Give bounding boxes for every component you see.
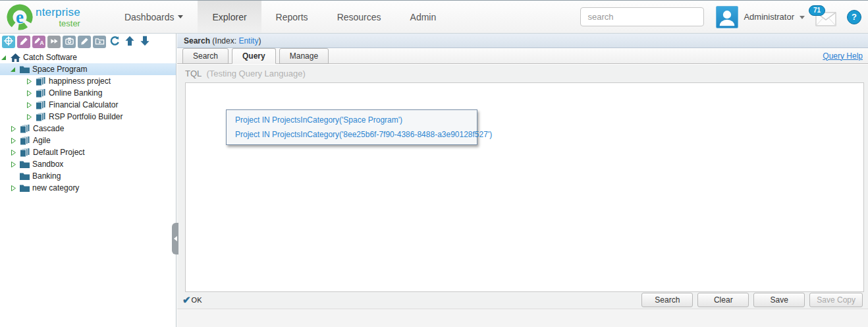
tree-item-rsp-portfolio-builder[interactable]: RSP Portfolio Builder <box>0 111 176 123</box>
index-prefix: (Index: <box>210 36 238 45</box>
query-help-link[interactable]: Query Help <box>823 51 868 61</box>
tree-item-label: Banking <box>32 170 61 182</box>
project-icon <box>20 136 30 146</box>
question-mark-icon: ? <box>852 12 857 22</box>
avatar[interactable] <box>716 6 738 28</box>
home-icon <box>11 53 20 62</box>
expanded-arrow-icon[interactable] <box>11 66 18 73</box>
search-input[interactable] <box>580 7 704 26</box>
chevron-down-icon[interactable] <box>800 16 805 19</box>
tab-manage[interactable]: Manage <box>279 48 329 64</box>
main-nav: Dashboards Explorer Reports Resources Ad… <box>110 1 450 33</box>
chevron-down-icon <box>178 15 183 18</box>
query-tab-content: TQL (Testing Query Language) Project IN … <box>177 65 868 327</box>
query-footer: ✔ OK Search Clear Save Save Copy <box>177 292 868 308</box>
tree-item-financial-calculator[interactable]: Financial Calculator <box>0 99 176 111</box>
move-up-button[interactable] <box>123 36 136 48</box>
expanded-arrow-icon[interactable] <box>1 54 9 61</box>
collapsed-arrow-icon[interactable] <box>11 161 18 168</box>
arrow-down-icon <box>140 36 150 48</box>
tree-item-new-category[interactable]: new category <box>0 182 176 194</box>
tql-sublabel: (Testing Query Language) <box>206 69 305 78</box>
nav-right-cluster: Administrator 71 ? <box>580 1 868 33</box>
status-ok: ✔ OK <box>182 294 202 306</box>
tree-toolbar: A <box>0 34 176 50</box>
crosshair-button[interactable] <box>2 36 15 48</box>
collapsed-arrow-icon[interactable] <box>26 90 34 97</box>
tree-item-cascade[interactable]: Cascade <box>0 123 176 134</box>
app-logo[interactable]: e nterprise tester <box>0 1 87 33</box>
tql-editor: Project IN ProjectsInCategory('Space Pro… <box>185 82 864 292</box>
nav-label: Admin <box>410 12 437 22</box>
panel-header: Search (Index: Entity) <box>177 34 868 48</box>
nav-label: Dashboards <box>124 12 175 22</box>
search-button[interactable]: Search <box>641 293 693 307</box>
check-icon: ✔ <box>182 294 191 306</box>
status-ok-label: OK <box>192 296 202 304</box>
tree-item-label: Agile <box>33 134 51 146</box>
notification-badge: 71 <box>809 5 825 16</box>
autocomplete-item[interactable]: Project IN ProjectsInCategory('8ee25b6f-… <box>227 127 477 142</box>
arrow-up-icon <box>124 36 135 48</box>
tql-label: TQL <box>185 69 202 78</box>
tree-item-catch-software[interactable]: Catch Software <box>0 51 176 63</box>
nav-label: Resources <box>337 12 381 22</box>
tree-item-label: RSP Portfolio Builder <box>49 111 123 123</box>
collapsed-arrow-icon[interactable] <box>11 149 18 156</box>
sidebar-collapse-handle[interactable] <box>172 223 178 254</box>
nav-item-explorer[interactable]: Explorer <box>198 1 261 33</box>
notifications-button[interactable]: 71 <box>815 12 836 26</box>
tree-item-agile[interactable]: Agile <box>0 134 176 146</box>
edit-button[interactable] <box>17 36 30 48</box>
collapsed-arrow-icon[interactable] <box>11 137 18 144</box>
move-button[interactable] <box>47 36 61 48</box>
tree-item-happiness-project[interactable]: happiness project <box>0 75 176 87</box>
run-folder-button[interactable] <box>93 36 106 48</box>
nav-item-dashboards[interactable]: Dashboards <box>110 1 198 33</box>
tab-query[interactable]: Query <box>232 48 276 64</box>
project-icon <box>36 88 46 98</box>
index-entity-link[interactable]: Entity <box>238 36 258 45</box>
collapsed-arrow-icon[interactable] <box>11 185 18 192</box>
move-down-button[interactable] <box>138 36 151 48</box>
save-button[interactable]: Save <box>753 293 805 307</box>
bottom-strip <box>177 309 868 327</box>
tree-item-space-program[interactable]: Space Program <box>0 63 176 75</box>
snapshot-button[interactable] <box>63 36 76 48</box>
nav-label: Reports <box>276 12 308 22</box>
collapsed-arrow-icon[interactable] <box>26 78 34 85</box>
tree-item-label: Sandbox <box>32 158 63 170</box>
clear-button[interactable]: Clear <box>697 293 749 307</box>
tql-label-row: TQL (Testing Query Language) <box>177 65 868 78</box>
nav-item-reports[interactable]: Reports <box>261 1 323 33</box>
tree-item-label: happiness project <box>49 75 111 87</box>
logo-ring-icon: e <box>5 3 34 32</box>
tree-item-online-banking[interactable]: Online Banking <box>0 87 176 99</box>
project-tree: Catch Software Space Program happiness p <box>0 50 176 194</box>
project-icon <box>20 148 30 158</box>
tree-item-label: Financial Calculator <box>49 99 118 111</box>
top-nav-bar: e nterprise tester Dashboards Explorer R… <box>0 1 868 34</box>
save-copy-button: Save Copy <box>809 293 863 307</box>
nav-item-admin[interactable]: Admin <box>396 1 451 33</box>
tree-indent-spacer <box>11 173 18 180</box>
refresh-button[interactable] <box>108 36 121 48</box>
tree-item-banking[interactable]: Banking <box>0 170 176 182</box>
tree-item-sandbox[interactable]: Sandbox <box>0 158 176 170</box>
autocomplete-item[interactable]: Project IN ProjectsInCategory('Space Pro… <box>227 113 477 127</box>
tree-item-label: Space Program <box>32 63 87 75</box>
nav-item-resources[interactable]: Resources <box>323 1 396 33</box>
rename-button[interactable]: A <box>32 36 45 48</box>
help-button[interactable]: ? <box>847 10 861 24</box>
tab-search[interactable]: Search <box>182 48 229 64</box>
crosshair-icon <box>3 36 14 48</box>
pencil-icon <box>19 36 29 48</box>
collapsed-arrow-icon[interactable] <box>26 113 34 121</box>
user-name[interactable]: Administrator <box>744 12 794 22</box>
collapsed-arrow-icon[interactable] <box>26 102 34 109</box>
tree-item-default-project[interactable]: Default Project <box>0 146 176 158</box>
edit-box-button[interactable] <box>78 36 91 48</box>
nav-label: Explorer <box>212 12 246 22</box>
collapsed-arrow-icon[interactable] <box>11 125 18 133</box>
category-icon <box>20 65 30 73</box>
